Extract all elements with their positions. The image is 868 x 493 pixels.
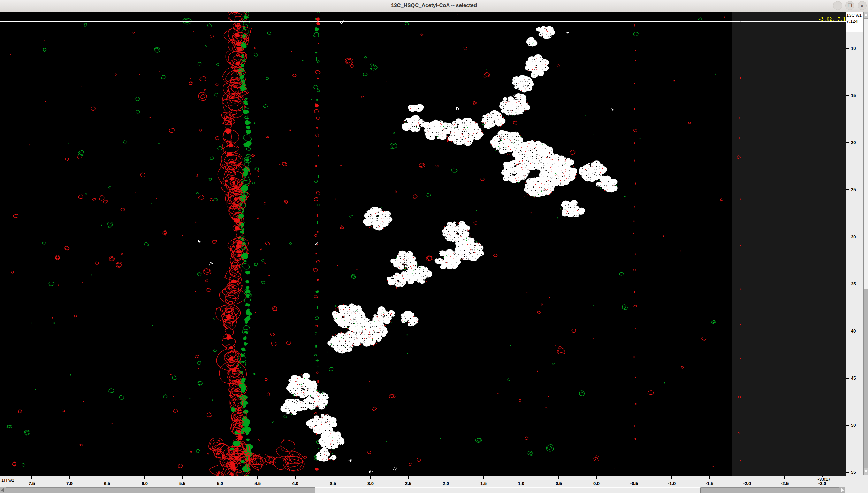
x-tick-label: 3.0 bbox=[367, 481, 374, 486]
right-triangle-icon bbox=[841, 488, 844, 492]
scroll-down-arrow[interactable] bbox=[864, 468, 868, 475]
y-axis-info-box: 13C w1 7.124 bbox=[846, 12, 863, 32]
x-tick bbox=[295, 476, 296, 479]
x-tick bbox=[671, 476, 672, 479]
x-axis-name: 1H w2 bbox=[1, 478, 14, 483]
x-tick bbox=[144, 476, 145, 479]
vertical-scrollbar[interactable] bbox=[863, 12, 868, 475]
x-tick bbox=[784, 476, 785, 479]
x-tick-label: 4.5 bbox=[254, 481, 261, 486]
x-tick-label: 0.5 bbox=[556, 481, 562, 486]
x-cursor-position-label: -3.017 bbox=[818, 477, 831, 482]
y-tick-label: 10 bbox=[851, 46, 856, 51]
y-tick-label: 50 bbox=[851, 423, 856, 428]
down-triangle-icon bbox=[864, 470, 868, 473]
y-tick-label: 20 bbox=[851, 140, 856, 145]
spectrum-contour-plot[interactable] bbox=[0, 12, 846, 476]
y-tick-label: 15 bbox=[851, 93, 856, 98]
x-tick bbox=[483, 476, 484, 479]
x-tick bbox=[747, 476, 747, 479]
x-tick bbox=[257, 476, 258, 479]
y-tick-label: 45 bbox=[851, 375, 856, 381]
x-tick bbox=[558, 476, 559, 479]
window-title: 13C_HSQC_Acetyl-CoA -- selected bbox=[0, 2, 868, 8]
restore-button[interactable]: ❐ bbox=[845, 1, 854, 10]
x-tick-label: 6.5 bbox=[104, 481, 110, 486]
x-tick bbox=[596, 476, 597, 479]
x-tick bbox=[107, 476, 107, 479]
x-tick-label: 6.0 bbox=[142, 481, 148, 486]
y-tick-label: 40 bbox=[851, 328, 856, 334]
vertical-scrollbar-thumb[interactable] bbox=[864, 18, 868, 289]
x-tick bbox=[333, 476, 333, 479]
y-tick bbox=[846, 142, 849, 143]
scroll-left-arrow[interactable] bbox=[0, 487, 6, 493]
y-tick bbox=[846, 472, 849, 473]
x-tick-label: -1.0 bbox=[668, 481, 676, 486]
x-tick-label: 2.0 bbox=[443, 481, 449, 486]
x-tick-label: -0.5 bbox=[630, 481, 638, 486]
restore-icon: ❐ bbox=[848, 3, 852, 8]
y-tick bbox=[846, 95, 849, 96]
y-tick bbox=[846, 189, 849, 190]
x-tick-label: -1.5 bbox=[706, 481, 713, 486]
y-tick bbox=[846, 284, 849, 284]
title-bar[interactable]: 13C_HSQC_Acetyl-CoA -- selected – ❐ ✕ bbox=[0, 0, 868, 12]
x-tick-label: 7.0 bbox=[66, 481, 73, 486]
y-tick-label: 30 bbox=[851, 234, 856, 239]
y-tick bbox=[846, 425, 849, 426]
y-tick bbox=[846, 48, 849, 49]
x-tick bbox=[370, 476, 371, 479]
y-tick bbox=[846, 237, 849, 237]
close-icon: ✕ bbox=[860, 3, 864, 8]
horizontal-scrollbar-thumb[interactable] bbox=[315, 487, 701, 493]
x-tick-label: 5.5 bbox=[179, 481, 185, 486]
y-cursor-value: 7.124 bbox=[846, 18, 863, 24]
x-tick bbox=[220, 476, 220, 479]
y-tick bbox=[846, 331, 849, 331]
y-axis-name: 13C w1 bbox=[846, 12, 863, 18]
up-triangle-icon bbox=[864, 13, 868, 16]
horizontal-scrollbar[interactable] bbox=[0, 487, 868, 493]
scroll-up-arrow[interactable] bbox=[864, 12, 868, 18]
minimize-button[interactable]: – bbox=[833, 1, 842, 10]
x-tick bbox=[69, 476, 70, 479]
x-axis-panel: 1H w2 7.57.06.56.05.55.04.54.03.53.02.52… bbox=[0, 476, 868, 487]
x-tick bbox=[182, 476, 183, 479]
x-tick-label: 4.0 bbox=[292, 481, 298, 486]
x-tick-label: 0.0 bbox=[593, 481, 600, 486]
x-tick-label: -2.0 bbox=[743, 481, 751, 486]
y-tick bbox=[846, 378, 849, 379]
x-tick-label: 7.5 bbox=[29, 481, 35, 486]
x-tick bbox=[31, 476, 32, 479]
x-tick-label: 1.0 bbox=[518, 481, 524, 486]
y-tick-label: 35 bbox=[851, 281, 856, 286]
x-tick-label: -2.5 bbox=[781, 481, 789, 486]
x-tick-label: 1.5 bbox=[480, 481, 487, 486]
x-tick bbox=[408, 476, 409, 479]
x-tick-label: 3.5 bbox=[330, 481, 336, 486]
x-tick-label: 5.0 bbox=[217, 481, 223, 486]
x-tick-label: 2.5 bbox=[405, 481, 411, 486]
y-axis-panel: 13C w1 7.124 10152025303540455055 bbox=[846, 12, 863, 487]
minimize-icon: – bbox=[836, 3, 839, 8]
close-button[interactable]: ✕ bbox=[858, 1, 867, 10]
x-tick bbox=[709, 476, 710, 479]
x-tick bbox=[446, 476, 446, 479]
y-tick-label: 55 bbox=[851, 470, 856, 475]
x-tick bbox=[634, 476, 634, 479]
x-tick bbox=[521, 476, 521, 479]
scroll-right-arrow[interactable] bbox=[839, 487, 845, 493]
y-tick-label: 25 bbox=[851, 187, 856, 192]
left-triangle-icon bbox=[1, 488, 4, 492]
application-window: 13C_HSQC_Acetyl-CoA -- selected – ❐ ✕ 13… bbox=[0, 0, 868, 493]
